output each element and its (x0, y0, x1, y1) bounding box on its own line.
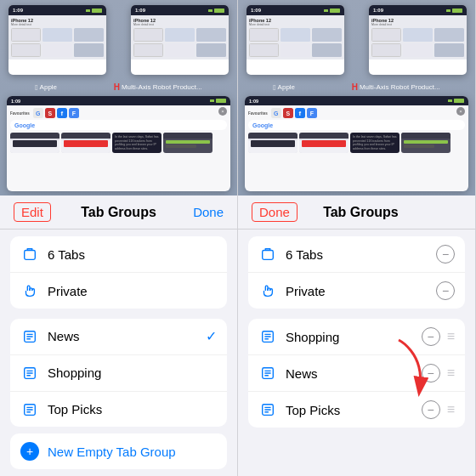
hand-icon-right (258, 281, 277, 300)
card-battery-left (92, 8, 102, 13)
ipad-card-right3: 1:09 iPhone 12 More detail text (369, 5, 467, 75)
private-label-left: Private (48, 284, 217, 298)
picks-icon-left (20, 400, 39, 419)
list-item-shopping-right[interactable]: Shopping − ≡ (248, 319, 465, 355)
6tabs-label-right: 6 Tabs (286, 247, 428, 262)
circle-btn-shopping[interactable]: − (422, 327, 440, 346)
drag-handle-shopping[interactable]: ≡ (447, 329, 455, 344)
list-item-toppicks-right[interactable]: Top Picks − ≡ (248, 392, 465, 428)
list-item-private-left[interactable]: Private (10, 273, 227, 309)
left-add-section: + New Empty Tab Group (10, 434, 227, 469)
ipad-card-right2: 1:09 iPhone 12 More detail text (246, 5, 344, 75)
left-panel: 1:09 iPhone 12 More detail text (0, 0, 238, 476)
left-section1: 6 Tabs Private (10, 236, 227, 309)
shop-icon-left (20, 364, 39, 382)
6tabs-label-left: 6 Tabs (48, 247, 217, 262)
card-sub-label: More detail text (11, 23, 104, 26)
circle-btn-6tabs[interactable]: − (436, 245, 455, 264)
drag-handle-toppicks[interactable]: ≡ (447, 402, 455, 417)
news-label-left: News (48, 329, 197, 343)
right-app-labels:  Apple H Multi-Axis Robot Product... (245, 82, 468, 92)
bottom-browser-left: 1:09 × Favourites G S f F Google (7, 96, 230, 191)
shopping-label-right: Shopping (286, 330, 413, 344)
done-button-left[interactable]: Done (252, 202, 298, 222)
add-tab-group-left[interactable]: + New Empty Tab Group (10, 434, 227, 469)
drag-handle-news[interactable]: ≡ (447, 366, 455, 381)
left-header: Edit Tab Groups Done (0, 196, 237, 230)
tab-icon-right (258, 245, 277, 264)
left-header-title: Tab Groups (81, 205, 156, 220)
news-label-right: News (286, 366, 413, 381)
app-labels-row:  Apple H Multi-Axis Robot Product... (7, 82, 230, 92)
circle-btn-news[interactable]: − (422, 364, 440, 382)
add-icon-left: + (20, 442, 39, 461)
private-label-right: Private (286, 284, 428, 298)
shopping-label-left: Shopping (48, 366, 217, 380)
right-header-title: Tab Groups (323, 205, 399, 220)
svg-rect-0 (25, 251, 36, 260)
list-item-private-right[interactable]: Private − (248, 273, 465, 309)
done-button-right[interactable]: Done (186, 205, 224, 219)
favourites-bar: Favourites G S f F (10, 108, 227, 118)
news-checkmark: ✓ (206, 328, 217, 344)
add-label-left: New Empty Tab Group (48, 445, 176, 459)
bottom-browser-right: 1:09 × Favourites G S f F Google (245, 96, 468, 191)
mini-tabs: In the last seven days, Safari has preve… (10, 133, 227, 153)
list-item-6tabs-right[interactable]: 6 Tabs − (248, 236, 465, 273)
list-item-toppicks-left[interactable]: Top Picks (10, 392, 227, 428)
right-panel: 1:09 iPhone 12 More detail text (238, 0, 476, 476)
circle-btn-toppicks[interactable]: − (422, 400, 440, 419)
right-header: Done Tab Groups (238, 196, 475, 230)
toppicks-label-right: Top Picks (286, 403, 413, 417)
right-screenshot: 1:09 iPhone 12 More detail text (238, 0, 475, 196)
right-section1: 6 Tabs − Private − (248, 236, 465, 309)
left-screenshot: 1:09 iPhone 12 More detail text (0, 0, 237, 196)
list-item-news-right[interactable]: News − ≡ (248, 355, 465, 392)
news-icon-left (20, 327, 39, 346)
ipad-card-right: 1:09 iPhone 12 More detail text (131, 5, 229, 75)
ipad-card-left: 1:09 iPhone 12 More detail text (8, 5, 106, 75)
edit-button[interactable]: Edit (14, 202, 51, 222)
circle-btn-private[interactable]: − (436, 281, 455, 300)
left-section2: News ✓ Shopping Top Picks (10, 319, 227, 428)
toppicks-label-left: Top Picks (48, 402, 217, 416)
card-time-left: 1:09 (13, 8, 23, 13)
news-icon-right (258, 364, 277, 382)
right-section2: Shopping − ≡ News − ≡ (248, 319, 465, 428)
picks-icon-right (258, 400, 277, 419)
tab-icon-left (20, 245, 39, 264)
shop-icon-right (258, 327, 277, 346)
hand-icon-left (20, 281, 39, 300)
list-item-shopping-left[interactable]: Shopping (10, 355, 227, 392)
svg-rect-4 (263, 251, 274, 260)
list-item-news-left[interactable]: News ✓ (10, 319, 227, 355)
list-item-6tabs-left[interactable]: 6 Tabs (10, 236, 227, 273)
